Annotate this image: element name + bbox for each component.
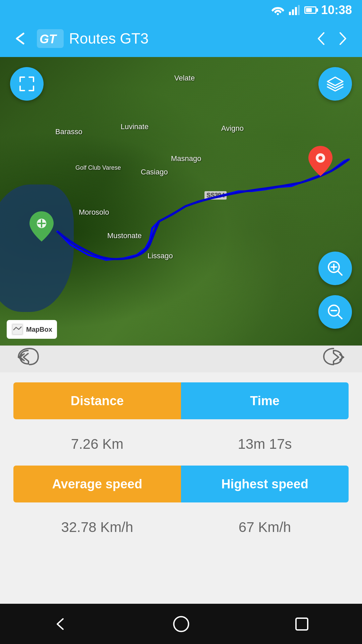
signal-icon	[289, 5, 300, 15]
map-nav-controls	[0, 345, 362, 372]
system-home-button[interactable]	[168, 610, 194, 637]
app-title: Routes GT3	[69, 30, 148, 47]
map-background: Velate Barasso Luvinate Avigno Masnago G…	[0, 57, 362, 345]
nav-forward-button[interactable]	[322, 347, 345, 371]
bottom-nav	[0, 604, 362, 644]
stats-values-row-2: 32.78 Km/h 67 Km/h	[13, 513, 349, 542]
svg-rect-3	[295, 7, 297, 15]
nav-next-button[interactable]	[334, 30, 352, 48]
back-button[interactable]	[10, 29, 30, 49]
layers-button[interactable]	[318, 67, 352, 101]
expand-button[interactable]	[10, 67, 44, 101]
distance-value: 7.26 Km	[13, 429, 181, 459]
stats-section: Distance Time 7.26 Km 13m 17s Average sp…	[0, 372, 362, 559]
top-bar: GT Routes GT3	[0, 20, 362, 57]
wifi-icon	[272, 5, 284, 15]
status-bar: 10:38	[0, 0, 362, 20]
avg-speed-value: 32.78 Km/h	[13, 513, 181, 542]
nav-prev-button[interactable]	[312, 30, 330, 48]
highest-speed-value: 67 Km/h	[181, 513, 349, 542]
route-line	[0, 57, 362, 345]
svg-point-14	[174, 616, 188, 631]
highest-speed-label[interactable]: Highest speed	[181, 466, 349, 502]
svg-point-9	[318, 156, 322, 160]
time-value: 13m 17s	[181, 429, 349, 459]
mapbox-logo: MapBox	[7, 320, 57, 339]
svg-rect-4	[298, 5, 300, 15]
zoom-out-button[interactable]	[318, 295, 352, 329]
svg-rect-15	[296, 618, 308, 630]
stats-row-2: Average speed Highest speed	[13, 466, 349, 502]
time-label[interactable]: Time	[181, 382, 349, 419]
mapbox-text: MapBox	[26, 326, 52, 333]
end-marker	[308, 146, 333, 176]
stats-row-1: Distance Time	[13, 382, 349, 419]
map-container[interactable]: Velate Barasso Luvinate Avigno Masnago G…	[0, 57, 362, 345]
logo-area: GT Routes GT3	[37, 29, 305, 48]
svg-rect-1	[289, 12, 291, 15]
stats-values-row-1: 7.26 Km 13m 17s	[13, 429, 349, 459]
nav-back-button[interactable]	[17, 347, 40, 371]
avg-speed-label[interactable]: Average speed	[13, 466, 181, 502]
start-marker	[29, 211, 54, 241]
zoom-in-button[interactable]	[318, 252, 352, 285]
system-back-button[interactable]	[47, 610, 74, 637]
gt-logo: GT	[37, 29, 64, 48]
svg-text:GT: GT	[40, 32, 57, 46]
svg-rect-12	[11, 323, 23, 335]
svg-point-0	[277, 13, 279, 15]
nav-arrows	[312, 30, 352, 48]
status-time: 10:38	[321, 3, 352, 17]
battery-icon	[304, 6, 316, 14]
distance-label[interactable]: Distance	[13, 382, 181, 419]
status-icons: 10:38	[272, 3, 352, 17]
svg-rect-2	[292, 9, 294, 15]
system-recents-button[interactable]	[288, 610, 315, 637]
